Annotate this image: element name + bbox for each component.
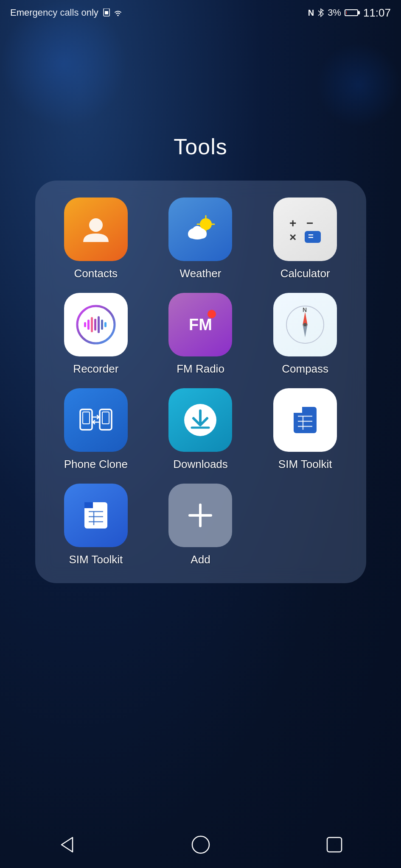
weather-label: Weather	[180, 267, 222, 280]
recent-button[interactable]	[322, 832, 347, 857]
svg-point-3	[89, 218, 103, 232]
calculator-icon: + − × =	[273, 198, 337, 261]
phone-clone-label: Phone Clone	[64, 458, 128, 471]
svg-point-12	[192, 226, 202, 236]
svg-rect-35	[100, 409, 112, 430]
svg-text:FM: FM	[189, 316, 212, 334]
svg-rect-25	[104, 322, 107, 327]
svg-rect-54	[327, 837, 342, 852]
app-item-calculator[interactable]: + − × = Calculator	[257, 198, 353, 280]
downloads-icon	[168, 388, 232, 452]
app-item-sim-toolkit-1[interactable]: SIM Toolkit	[257, 388, 353, 471]
downloads-label: Downloads	[173, 458, 228, 471]
sim-toolkit-blue-icon	[64, 484, 128, 547]
sim-toolkit-white-icon	[273, 388, 337, 452]
svg-marker-39	[294, 407, 302, 413]
contacts-icon	[64, 198, 128, 261]
svg-rect-20	[87, 320, 90, 330]
page-title: Tools	[0, 134, 401, 159]
status-left: Emergency calls only	[10, 7, 123, 18]
svg-rect-36	[102, 412, 109, 424]
status-right: N 3% 11:07	[308, 6, 391, 19]
svg-text:−: −	[306, 217, 313, 230]
svg-point-2	[117, 15, 118, 16]
fm-radio-icon: FM	[168, 293, 232, 356]
svg-text:×: ×	[289, 231, 296, 244]
sim-toolkit-2-label: SIM Toolkit	[69, 553, 123, 566]
calculator-label: Calculator	[280, 267, 330, 280]
add-icon	[168, 484, 232, 547]
svg-point-32	[303, 323, 307, 326]
svg-rect-19	[84, 322, 86, 327]
tools-folder: Contacts Weather	[35, 181, 366, 583]
sim-toolkit-1-label: SIM Toolkit	[278, 458, 332, 471]
back-button[interactable]	[54, 832, 80, 857]
home-button[interactable]	[188, 832, 213, 857]
recorder-label: Recorder	[73, 362, 118, 376]
app-item-weather[interactable]: Weather	[152, 198, 249, 280]
sim-card-icon	[103, 8, 110, 17]
recorder-icon	[64, 293, 128, 356]
svg-rect-34	[83, 412, 90, 424]
app-item-add[interactable]: Add	[152, 484, 249, 566]
svg-text:N: N	[303, 306, 307, 313]
nfc-icon-text: N	[308, 8, 314, 18]
weather-icon	[168, 198, 232, 261]
contacts-label: Contacts	[74, 267, 118, 280]
app-item-phone-clone[interactable]: Phone Clone	[48, 388, 144, 471]
battery-indicator	[345, 9, 358, 16]
emergency-text: Emergency calls only	[10, 7, 98, 18]
svg-rect-23	[98, 316, 100, 333]
fm-radio-label: FM Radio	[177, 362, 224, 376]
svg-point-53	[192, 836, 209, 853]
app-item-sim-toolkit-2[interactable]: SIM Toolkit	[48, 484, 144, 566]
battery-percent: 3%	[328, 7, 341, 18]
time-display: 11:07	[363, 6, 391, 19]
bluetooth-icon	[317, 8, 324, 17]
svg-rect-21	[91, 317, 93, 332]
navigation-bar	[0, 826, 401, 868]
app-grid: Contacts Weather	[48, 198, 353, 566]
app-item-contacts[interactable]: Contacts	[48, 198, 144, 280]
svg-rect-1	[105, 11, 108, 14]
svg-text:=: =	[308, 231, 314, 242]
svg-rect-22	[94, 319, 96, 331]
compass-label: Compass	[282, 362, 328, 376]
status-bar: Emergency calls only N 3% 11:07	[0, 0, 401, 24]
svg-rect-33	[80, 409, 92, 430]
svg-rect-24	[101, 320, 103, 330]
wifi-icon	[113, 8, 123, 17]
app-item-compass[interactable]: N Compass	[257, 293, 353, 376]
svg-marker-52	[62, 837, 73, 852]
svg-text:+: +	[289, 217, 296, 230]
svg-marker-45	[84, 502, 93, 508]
add-label: Add	[191, 553, 210, 566]
compass-icon: N	[273, 293, 337, 356]
app-item-downloads[interactable]: Downloads	[152, 388, 249, 471]
app-item-fm-radio[interactable]: FM FM Radio	[152, 293, 249, 376]
app-item-recorder[interactable]: Recorder	[48, 293, 144, 376]
phone-clone-icon	[64, 388, 128, 452]
